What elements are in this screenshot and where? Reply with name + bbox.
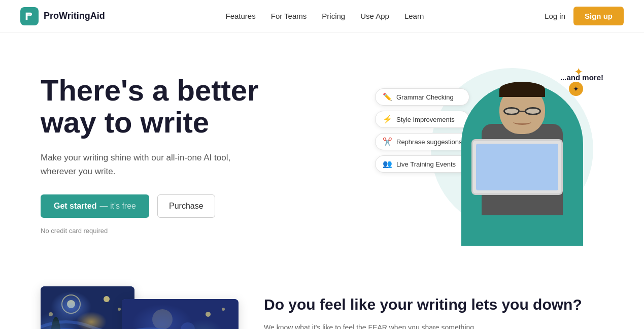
section2-text-line1: We know what it's like to feel the FEAR … [264,323,474,329]
nav-for-teams[interactable]: For Teams [271,12,307,20]
svg-point-6 [51,317,61,329]
logo-svg [24,11,35,22]
no-credit-card-text: No credit card required [41,227,304,235]
hero-content: There's a better way to write Make your … [41,74,304,235]
hero-subtitle: Make your writing shine with our all-in-… [41,151,233,178]
svg-point-3 [104,296,110,302]
login-link[interactable]: Log in [545,12,565,20]
painting-svg-2 [122,299,239,329]
spark-badge: ✦ [569,82,583,96]
svg-point-5 [118,308,121,311]
get-started-suffix: — it's free [99,202,136,211]
section2-image: My idea in my head [41,286,233,329]
logo-icon [20,7,39,25]
rephrase-icon: ✂️ [383,137,392,146]
painting-svg-1 [41,286,134,329]
hero-title: There's a better way to write [41,74,304,139]
logo-text: ProWritingAid [44,11,105,21]
hero-title-line2: way to write [41,106,209,139]
svg-rect-8 [122,299,239,329]
svg-point-1 [62,295,80,313]
nav-right: Log in Sign up [545,7,624,25]
person-hair [499,82,545,97]
laptop-screen [471,139,563,195]
painting-card-2 [122,299,239,329]
laptop-display [476,144,558,190]
hero-buttons: Get started — it's free Purchase [41,194,304,218]
svg-point-2 [67,300,75,308]
logo-link[interactable]: ProWritingAid [20,7,105,25]
person-head [499,86,545,134]
glasses-left [503,107,520,115]
hero-visual: ...and more! ✦ ✏️ Grammar Checking ⚡ Sty… [370,63,614,246]
get-started-button[interactable]: Get started — it's free [41,194,149,218]
section2-content: Do you feel like your writing lets you d… [264,295,603,329]
nav-links: Features For Teams Pricing Use App Learn [226,12,424,21]
nav-learn[interactable]: Learn [404,12,424,20]
nav-pricing[interactable]: Pricing [322,12,345,20]
glasses-right [525,107,541,115]
svg-point-4 [49,312,53,316]
nav-features[interactable]: Features [226,12,256,20]
signup-button[interactable]: Sign up [573,7,624,25]
svg-point-12 [222,308,225,311]
person-body [482,124,563,215]
section2-title: Do you feel like your writing lets you d… [264,295,603,314]
training-icon: 👥 [383,159,392,169]
svg-point-11 [206,312,211,317]
nav-use-app[interactable]: Use App [360,12,389,20]
get-started-label: Get started [54,202,96,211]
hero-section: There's a better way to write Make your … [0,32,644,266]
hero-person-container: ✦ [451,63,593,246]
svg-point-10 [181,322,195,329]
section2: My idea in my head Do you feel like your… [0,266,644,329]
person-smile [513,119,531,125]
grammar-icon: ✏️ [383,92,392,102]
style-icon: ⚡ [383,115,392,124]
grammar-label: Grammar Checking [396,93,454,101]
section2-text: We know what it's like to feel the FEAR … [264,322,507,329]
style-label: Style Improvements [396,116,455,123]
hero-title-line1: There's a better [41,74,259,107]
painting-card-starry-night [41,286,134,329]
glasses-bridge [520,111,525,112]
training-label: Live Training Events [396,160,456,168]
svg-rect-0 [41,286,134,329]
navbar: ProWritingAid Features For Teams Pricing… [0,0,644,32]
svg-point-9 [152,309,173,329]
purchase-button[interactable]: Purchase [157,194,215,218]
